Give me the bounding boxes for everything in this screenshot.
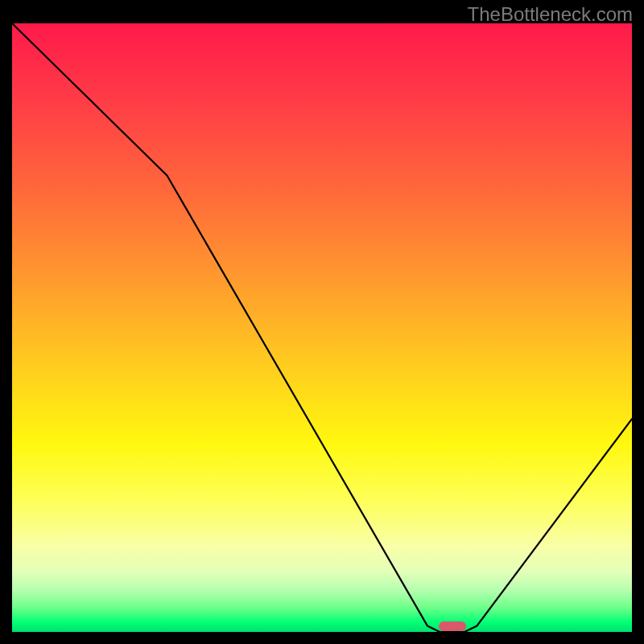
watermark-text: TheBottleneck.com: [468, 3, 633, 26]
optimum-marker: [439, 621, 466, 631]
plot-gradient-background: [12, 23, 632, 632]
chart-canvas: TheBottleneck.com: [0, 0, 644, 644]
